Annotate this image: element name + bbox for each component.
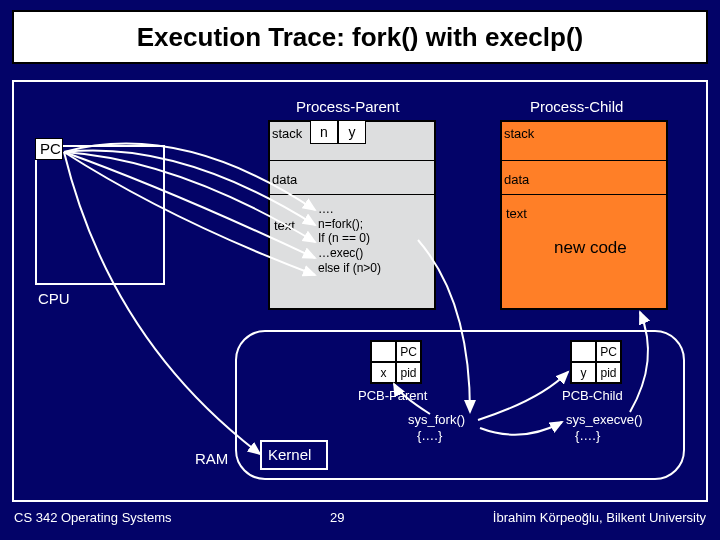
title-bar: Execution Trace: fork() with execlp() bbox=[12, 10, 708, 64]
code-line: If (n == 0) bbox=[318, 231, 381, 246]
footer: CS 342 Operating Systems 29 İbrahim Körp… bbox=[0, 510, 720, 532]
parent-text-label: text bbox=[274, 218, 295, 233]
pcb-col-pc: PC bbox=[396, 341, 421, 362]
parent-data-label: data bbox=[272, 172, 297, 187]
parent-code: …. n=fork(); If (n == 0) …exec() else if… bbox=[318, 202, 381, 275]
pcb-col-pid: pid bbox=[396, 362, 421, 383]
kernel-label: Kernel bbox=[268, 446, 311, 463]
pcb-col-pid2: pid bbox=[596, 362, 621, 383]
footer-right: İbrahim Körpeoğlu, Bilkent University bbox=[493, 510, 706, 525]
pcb-parent-label: PCB-Parent bbox=[358, 388, 427, 403]
parent-stack-cells: n y bbox=[310, 120, 366, 144]
child-data-label: data bbox=[504, 172, 529, 187]
cpu-label: CPU bbox=[38, 290, 70, 307]
sys-execve-label: sys_execve() bbox=[566, 412, 643, 427]
pcb-y: y bbox=[571, 362, 596, 383]
pcb-x: x bbox=[371, 362, 396, 383]
page-title: Execution Trace: fork() with execlp() bbox=[137, 22, 583, 53]
process-child-label: Process-Child bbox=[530, 98, 623, 115]
code-line: …. bbox=[318, 202, 381, 217]
sys-execve-body: {….} bbox=[575, 428, 600, 443]
ram-label: RAM bbox=[195, 450, 228, 467]
sys-fork-label: sys_fork() bbox=[408, 412, 465, 427]
process-parent-label: Process-Parent bbox=[296, 98, 399, 115]
footer-page: 29 bbox=[330, 510, 344, 525]
child-text-label: text bbox=[506, 206, 527, 221]
cell-y: y bbox=[338, 120, 366, 144]
child-stack-label: stack bbox=[504, 126, 534, 141]
cell-n: n bbox=[310, 120, 338, 144]
sys-fork-body: {….} bbox=[417, 428, 442, 443]
pcb-parent: PC xpid bbox=[370, 340, 422, 384]
pc-label: PC bbox=[40, 140, 61, 157]
pcb-child: PC ypid bbox=[570, 340, 622, 384]
code-line: else if (n>0) bbox=[318, 261, 381, 276]
new-code-label: new code bbox=[554, 238, 627, 258]
parent-stack-label: stack bbox=[272, 126, 302, 141]
code-line: …exec() bbox=[318, 246, 381, 261]
pcb-child-label: PCB-Child bbox=[562, 388, 623, 403]
cpu-box bbox=[35, 145, 165, 285]
pcb-col-pc2: PC bbox=[596, 341, 621, 362]
footer-left: CS 342 Operating Systems bbox=[14, 510, 172, 525]
code-line: n=fork(); bbox=[318, 217, 381, 232]
